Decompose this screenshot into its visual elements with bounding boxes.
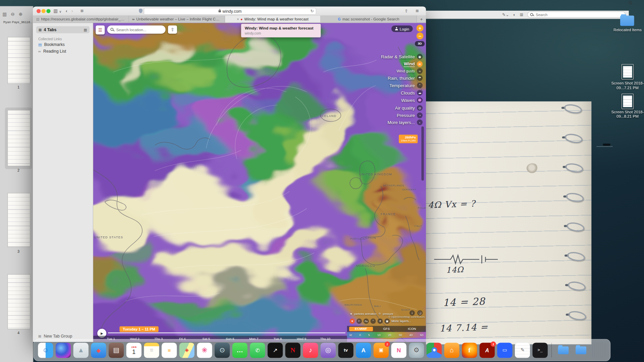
- dock-chrome[interactable]: [427, 343, 442, 358]
- forward-icon[interactable]: ›: [71, 8, 73, 14]
- sidebar-item-bookmarks[interactable]: ▤ Bookmarks: [38, 42, 65, 47]
- layer-air-quality[interactable]: Air quality ⊙: [395, 105, 423, 111]
- dock-firefox[interactable]: f: [462, 343, 477, 358]
- dock-home[interactable]: ⌂: [444, 343, 459, 358]
- page-thumbnail[interactable]: [7, 110, 31, 166]
- dock-podcasts[interactable]: ◎: [321, 343, 336, 358]
- markup-pencil-icon[interactable]: ✎⌄: [502, 12, 509, 17]
- dock-downloads-folder[interactable]: [555, 343, 571, 358]
- zoom-out-icon[interactable]: ⊖: [11, 11, 14, 17]
- temp-icon[interactable]: °: [370, 318, 376, 324]
- dock-photo-booth[interactable]: ⊙: [215, 343, 230, 358]
- timeline-track[interactable]: [108, 333, 345, 333]
- favorite-heart-icon[interactable]: ♥: [350, 318, 355, 324]
- grid-icon[interactable]: ▦: [84, 28, 87, 32]
- layer-temperature[interactable]: Temperature °: [389, 82, 423, 88]
- dock-messages[interactable]: …: [232, 343, 247, 358]
- new-tab-button[interactable]: +: [417, 16, 426, 23]
- layer-wind-gusts[interactable]: Wind gusts ≈: [396, 68, 423, 74]
- view-3d-button[interactable]: 3D: [415, 41, 425, 46]
- dock-notes[interactable]: ≣: [144, 343, 159, 358]
- dock-textedit[interactable]: ✎: [515, 343, 530, 358]
- share-export-button[interactable]: ⇧: [168, 25, 177, 34]
- page-thumbnail[interactable]: [7, 37, 31, 84]
- tab-windy[interactable]: × ● Windy: Wind map & weather forecast: [225, 16, 321, 23]
- pressure-toggle-icon[interactable]: ⊙: [379, 312, 381, 315]
- page-thumbnail[interactable]: [7, 274, 31, 329]
- dock-facetime[interactable]: ✆: [250, 343, 265, 358]
- zoom-window-button[interactable]: [46, 9, 50, 13]
- rotate-icon[interactable]: ◐: [513, 12, 516, 17]
- dock-maps[interactable]: ◈: [179, 343, 194, 358]
- model-gfs[interactable]: GFS: [375, 327, 398, 331]
- dock-photos[interactable]: ❀: [197, 343, 212, 358]
- pascal-icon[interactable]: Pa: [364, 318, 369, 324]
- altitude-slider[interactable]: [421, 126, 424, 181]
- tab-google-search[interactable]: G mac screenshot - Google Search: [321, 16, 417, 23]
- layer-wind[interactable]: Wind ≋: [404, 61, 423, 67]
- gust-flag-icon[interactable]: ⚐: [357, 318, 362, 324]
- screenshot-file-icon[interactable]: [622, 94, 634, 109]
- dock-tv[interactable]: tv: [338, 343, 353, 358]
- zoom-in-icon[interactable]: ⊕: [19, 11, 22, 17]
- zoom-out-button[interactable]: −: [417, 33, 424, 40]
- dock-netflix[interactable]: N: [285, 343, 300, 358]
- layer-pressure[interactable]: Pressure ◔: [397, 113, 423, 118]
- zoom-in-button[interactable]: +: [417, 24, 424, 32]
- fullscreen-icon[interactable]: ❏: [417, 310, 423, 316]
- dock-contacts[interactable]: ▤: [109, 343, 124, 358]
- dock-reminders[interactable]: ≡: [162, 343, 177, 358]
- spotlight-icon[interactable]: [629, 1, 632, 5]
- minimize-window-button[interactable]: [42, 9, 46, 13]
- dock-stocks[interactable]: ↗: [268, 343, 283, 358]
- location-search-box[interactable]: [107, 25, 166, 34]
- dock-app-store[interactable]: A: [356, 343, 371, 358]
- login-button[interactable]: Login: [391, 25, 413, 32]
- dock-books[interactable]: ▣2: [374, 343, 389, 358]
- tab-forum[interactable]: ∞ Unbelievable weather – Live – Infinite…: [129, 16, 225, 23]
- dock-finder[interactable]: ☺: [38, 343, 53, 358]
- dock-system-preferences[interactable]: ⚙: [409, 343, 424, 358]
- dock-trash[interactable]: [591, 343, 606, 358]
- start-page-icon[interactable]: ⊞: [80, 8, 84, 14]
- info-icon[interactable]: i: [410, 310, 415, 316]
- screenshot-file-icon[interactable]: [622, 64, 634, 80]
- dock-documents-folder[interactable]: [573, 343, 588, 358]
- layer-waves[interactable]: Waves ♒: [401, 97, 423, 103]
- dock-screen-sharing[interactable]: ▭: [497, 343, 512, 358]
- location-search-input[interactable]: [115, 27, 162, 32]
- close-tab-icon[interactable]: ×: [237, 17, 239, 21]
- tab-overview-icon[interactable]: ⊞: [416, 8, 419, 14]
- timeline-current-time[interactable]: Tuesday 1 – 11 PM: [119, 326, 158, 332]
- dock-siri[interactable]: [56, 343, 71, 358]
- dock-acrobat[interactable]: A1: [480, 343, 495, 358]
- desktop-icon-label[interactable]: Screen Shot 2018-09...8.21 PM: [609, 110, 644, 119]
- dock-terminal[interactable]: >_: [533, 343, 548, 358]
- flight-icon[interactable]: ✈: [377, 318, 383, 324]
- dock-calendar[interactable]: JAN1: [126, 343, 142, 358]
- layer-clouds[interactable]: Clouds ☁: [401, 90, 423, 96]
- address-bar[interactable]: windy.com ↻: [144, 8, 316, 15]
- windy-map[interactable]: UNITED STATES ICELAND UNITED KINGDOM NET…: [93, 23, 426, 342]
- desktop-icon-label[interactable]: Screen Shot 2018-09...7.21 PM: [609, 81, 644, 90]
- desktop-icon-label[interactable]: Relocated Items: [609, 28, 644, 32]
- sidebar-item-reading-list[interactable]: ∞ Reading List: [38, 49, 66, 53]
- altitude-badge[interactable]: 250hPa 10km FL340: [399, 135, 418, 143]
- tab-group-row[interactable]: ⊞ 4 Tabs ▦: [36, 26, 90, 33]
- dock-launchpad[interactable]: ▲: [73, 343, 89, 358]
- dock-safari[interactable]: ◆: [91, 343, 106, 358]
- webcam-icon[interactable]: ▣: [384, 318, 390, 324]
- page-thumbnail[interactable]: [7, 193, 31, 247]
- crop-icon[interactable]: ⊞: [520, 12, 523, 17]
- model-ecmwf[interactable]: ECMWF: [349, 327, 373, 331]
- more-layers-link[interactable]: More layers...: [391, 319, 411, 323]
- collapse-icon[interactable]: ◄: [350, 312, 352, 315]
- chevron-down-icon[interactable]: ∨: [59, 9, 61, 15]
- model-icon[interactable]: ICON: [400, 327, 424, 331]
- layer-radar-satellite[interactable]: Radar & Satellite ◉: [381, 54, 423, 59]
- dock-news[interactable]: N: [391, 343, 406, 358]
- share-icon[interactable]: ⇧: [405, 8, 408, 14]
- close-window-button[interactable]: [37, 9, 41, 13]
- tab-pdf[interactable]: ▤ https://resources.globalair.com/dtpp/g…: [33, 16, 129, 23]
- privacy-shield-icon[interactable]: [139, 9, 143, 13]
